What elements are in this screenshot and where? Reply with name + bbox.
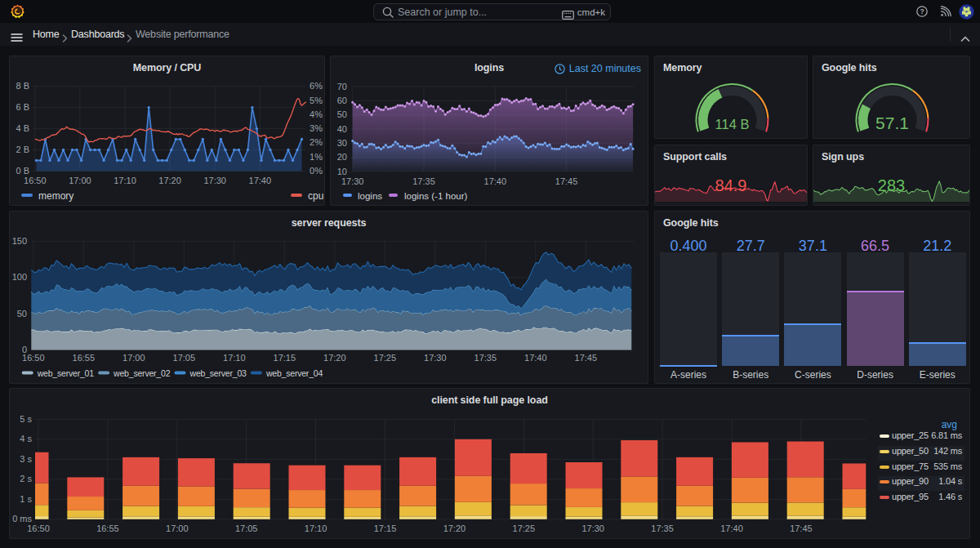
svg-text:cpu: cpu xyxy=(308,190,323,202)
svg-text:1%: 1% xyxy=(310,152,323,162)
svg-text:17:15: 17:15 xyxy=(374,523,397,533)
svg-text:17:05: 17:05 xyxy=(173,353,196,363)
svg-text:2%: 2% xyxy=(310,137,323,147)
svg-text:50: 50 xyxy=(17,309,27,319)
svg-text:50: 50 xyxy=(337,109,347,119)
svg-text:20: 20 xyxy=(337,152,347,162)
svg-text:2 s: 2 s xyxy=(20,474,32,483)
svg-text:30: 30 xyxy=(337,138,347,148)
svg-text:4 s: 4 s xyxy=(20,434,32,443)
svg-text:100: 100 xyxy=(12,272,27,282)
svg-text:17:00: 17:00 xyxy=(69,176,91,185)
svg-text:memory: memory xyxy=(38,190,74,202)
svg-text:17:45: 17:45 xyxy=(575,353,598,363)
svg-text:17:20: 17:20 xyxy=(443,523,466,533)
svg-text:17:40: 17:40 xyxy=(249,176,272,185)
svg-text:16:50: 16:50 xyxy=(22,353,45,363)
svg-text:17:30: 17:30 xyxy=(203,176,226,185)
svg-text:17:10: 17:10 xyxy=(223,353,246,363)
svg-text:17:35: 17:35 xyxy=(474,353,497,363)
svg-text:17:20: 17:20 xyxy=(158,176,181,185)
svg-text:114 B: 114 B xyxy=(715,117,750,131)
svg-text:17:10: 17:10 xyxy=(114,176,136,185)
svg-text:17:25: 17:25 xyxy=(374,353,397,363)
svg-text:16:50: 16:50 xyxy=(27,523,50,533)
svg-text:150: 150 xyxy=(12,236,27,246)
svg-text:10: 10 xyxy=(337,167,347,176)
svg-text:16:55: 16:55 xyxy=(96,523,119,533)
svg-text:logins (-1 hour): logins (-1 hour) xyxy=(404,191,468,201)
svg-text:70: 70 xyxy=(337,82,347,91)
svg-text:8 B: 8 B xyxy=(16,81,29,91)
svg-text:17:40: 17:40 xyxy=(484,176,507,186)
svg-text:16:55: 16:55 xyxy=(73,353,96,363)
svg-text:17:45: 17:45 xyxy=(790,523,813,533)
svg-text:3 s: 3 s xyxy=(20,454,32,464)
svg-text:6%: 6% xyxy=(310,81,323,91)
svg-text:17:30: 17:30 xyxy=(581,523,604,533)
svg-text:40: 40 xyxy=(337,124,347,134)
svg-text:17:40: 17:40 xyxy=(720,523,743,533)
svg-text:web_server_02: web_server_02 xyxy=(113,368,171,378)
svg-text:17:05: 17:05 xyxy=(235,523,258,533)
svg-text:17:15: 17:15 xyxy=(274,353,296,363)
svg-text:57.1: 57.1 xyxy=(875,114,909,132)
svg-text:17:45: 17:45 xyxy=(555,176,578,186)
svg-text:17:00: 17:00 xyxy=(166,523,189,533)
svg-text:17:30: 17:30 xyxy=(424,353,447,363)
svg-text:17:00: 17:00 xyxy=(122,353,145,363)
svg-text:5%: 5% xyxy=(310,96,323,105)
svg-text:1 s: 1 s xyxy=(20,494,32,504)
svg-text:60: 60 xyxy=(337,96,347,105)
svg-text:6 B: 6 B xyxy=(16,102,29,112)
svg-text:2 B: 2 B xyxy=(16,145,29,154)
svg-text:0 B: 0 B xyxy=(16,166,29,176)
svg-text:17:30: 17:30 xyxy=(341,176,364,186)
svg-text:web_server_01: web_server_01 xyxy=(37,368,95,378)
svg-text:web_server_04: web_server_04 xyxy=(265,368,323,378)
svg-text:17:35: 17:35 xyxy=(412,176,435,186)
svg-text:17:20: 17:20 xyxy=(323,353,346,363)
svg-text:4 B: 4 B xyxy=(16,123,29,133)
svg-text:17:25: 17:25 xyxy=(513,523,536,533)
svg-text:logins: logins xyxy=(358,191,382,201)
svg-text:17:40: 17:40 xyxy=(524,353,547,363)
svg-text:0 ms: 0 ms xyxy=(12,514,32,523)
svg-text:0%: 0% xyxy=(310,166,323,176)
svg-text:17:10: 17:10 xyxy=(305,523,327,533)
svg-text:5 s: 5 s xyxy=(20,414,32,424)
svg-text:web_server_03: web_server_03 xyxy=(189,368,247,378)
svg-text:4%: 4% xyxy=(310,109,323,119)
svg-text:3%: 3% xyxy=(310,123,323,133)
svg-text:17:35: 17:35 xyxy=(651,523,674,533)
svg-text:?: ? xyxy=(920,7,924,16)
svg-text:16:50: 16:50 xyxy=(24,176,47,185)
